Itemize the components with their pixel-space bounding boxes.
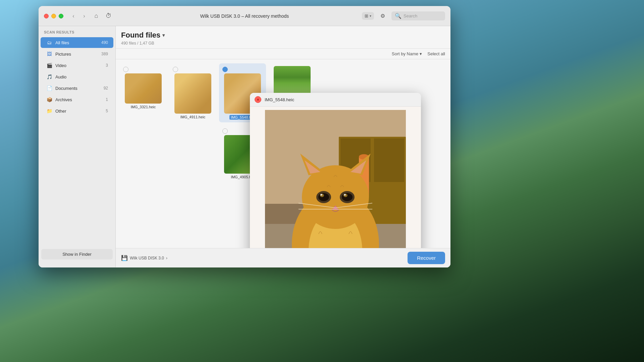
file-item-img3321[interactable]: IMG_3321.heic: [120, 63, 167, 122]
sliders-icon: ⚙: [380, 13, 385, 19]
sidebar-count-archives: 1: [106, 97, 108, 102]
show-in-finder-button[interactable]: Show in Finder: [41, 249, 113, 259]
forward-button[interactable]: ›: [79, 11, 89, 21]
disk-arrow-icon: ›: [166, 256, 167, 260]
sidebar-count-all-files: 490: [101, 40, 108, 45]
sidebar-item-other[interactable]: 📁 Other 5: [41, 106, 113, 116]
history-button[interactable]: ⏱: [104, 11, 114, 21]
sidebar-item-video[interactable]: 🎬 Video 3: [41, 60, 113, 71]
sidebar-item-archives[interactable]: 📦 Archives 1: [41, 94, 113, 105]
maximize-button[interactable]: [59, 14, 63, 18]
disk-info: 💾 Wilk USB DISK 3.0 ›: [121, 255, 167, 261]
found-files-title: Found files ▾: [121, 31, 445, 40]
svg-point-18: [342, 193, 353, 201]
file-checkbox-img3321[interactable]: [123, 67, 128, 72]
main-content: Scan results 🗂 All files 490 🖼 Pictures …: [39, 26, 450, 267]
pictures-icon: 🖼: [46, 51, 53, 57]
close-button[interactable]: [44, 14, 49, 18]
sidebar: Scan results 🗂 All files 490 🖼 Pictures …: [39, 26, 116, 267]
disk-icon: 💾: [121, 255, 128, 261]
archives-icon: 📦: [46, 96, 53, 103]
sidebar-item-pictures[interactable]: 🖼 Pictures 389: [41, 49, 113, 59]
search-icon: 🔍: [395, 13, 401, 19]
preview-close-button[interactable]: ✕: [255, 96, 261, 103]
title-bar-right: ⊞ ▾ ⚙ 🔍: [362, 11, 445, 21]
scan-results-label: Scan results: [39, 30, 115, 37]
traffic-lights: [44, 14, 63, 18]
window-title: Wilk USB DISK 3.0 – All recovery methods: [200, 13, 289, 19]
svg-point-10: [302, 165, 369, 229]
file-browser-header: Found files ▾ 490 files / 1,47 GB: [116, 26, 450, 49]
sidebar-label-archives: Archives: [55, 97, 103, 102]
sidebar-label-all-files: All files: [55, 40, 99, 45]
grid-icon: ⊞: [365, 13, 368, 18]
sidebar-label-other: Other: [55, 109, 103, 114]
sidebar-item-all-files[interactable]: 🗂 All files 490: [41, 37, 113, 48]
title-bar: ‹ › ⌂ ⏱ Wilk USB DISK 3.0 – All recovery…: [39, 6, 450, 26]
preview-image-container: [250, 107, 421, 248]
sidebar-item-audio[interactable]: 🎵 Audio: [41, 71, 113, 82]
sidebar-label-audio: Audio: [55, 74, 105, 79]
select-all-button[interactable]: Select all: [427, 51, 445, 56]
file-checkbox-img4911[interactable]: [173, 67, 178, 72]
recover-button[interactable]: Recover: [408, 252, 445, 264]
sidebar-count-pictures: 389: [101, 52, 108, 56]
preview-header: ✕ IMG_5548.heic: [250, 93, 421, 107]
all-files-icon: 🗂: [46, 39, 53, 46]
search-input[interactable]: [404, 13, 444, 18]
file-name-img4911: IMG_4911.heic: [180, 115, 206, 119]
documents-icon: 📄: [46, 85, 53, 92]
home-button[interactable]: ⌂: [92, 11, 101, 21]
sidebar-count-documents: 92: [104, 86, 108, 90]
sidebar-label-pictures: Pictures: [55, 52, 99, 57]
file-checkbox-img5548[interactable]: [222, 67, 228, 72]
back-button[interactable]: ‹: [69, 11, 78, 21]
sidebar-item-documents[interactable]: 📄 Documents 92: [41, 83, 113, 94]
sidebar-count-video: 3: [106, 63, 108, 68]
filter-button[interactable]: ⚙: [378, 11, 387, 21]
view-toggle-button[interactable]: ⊞ ▾: [362, 12, 374, 20]
svg-point-21: [320, 194, 322, 196]
sidebar-count-other: 5: [106, 109, 108, 113]
file-name-img3321: IMG_3321.heic: [131, 105, 156, 109]
chevron-down-icon: ▾: [162, 33, 165, 38]
sidebar-footer: Show in Finder: [39, 245, 115, 263]
other-icon: 📁: [46, 108, 53, 114]
sort-label: Sort by Name: [392, 51, 418, 56]
sort-button[interactable]: Sort by Name ▾: [392, 51, 422, 56]
preview-overlay: ✕ IMG_5548.heic: [250, 93, 421, 248]
nav-buttons: ‹ ›: [69, 11, 89, 21]
sidebar-label-video: Video: [55, 63, 103, 68]
sidebar-label-documents: Documents: [55, 86, 101, 91]
preview-filename: IMG_5548.heic: [265, 97, 294, 102]
file-browser: Found files ▾ 490 files / 1,47 GB Sort b…: [116, 26, 450, 267]
app-window: ‹ › ⌂ ⏱ Wilk USB DISK 3.0 – All recovery…: [39, 6, 450, 267]
search-bar[interactable]: 🔍: [391, 11, 445, 20]
bottom-bar: 💾 Wilk USB DISK 3.0 › Recover: [116, 248, 450, 267]
minimize-button[interactable]: [51, 14, 56, 18]
preview-cat-image: [265, 110, 406, 248]
svg-point-17: [318, 193, 329, 201]
svg-point-22: [344, 194, 346, 196]
video-icon: 🎬: [46, 62, 53, 69]
history-icon: ⏱: [106, 12, 112, 19]
file-item-img4911[interactable]: IMG_4911.heic: [169, 63, 216, 122]
chevron-down-icon: ▾: [370, 14, 371, 18]
sort-chevron-icon: ▾: [420, 51, 422, 56]
disk-label: Wilk USB DISK 3.0: [130, 256, 164, 260]
svg-rect-4: [374, 138, 404, 182]
found-files-subtitle: 490 files / 1,47 GB: [121, 41, 445, 46]
found-files-label: Found files: [121, 31, 160, 40]
file-checkbox-img4905[interactable]: [222, 128, 228, 134]
audio-icon: 🎵: [46, 73, 53, 80]
file-browser-toolbar: Sort by Name ▾ Select all: [116, 49, 450, 59]
